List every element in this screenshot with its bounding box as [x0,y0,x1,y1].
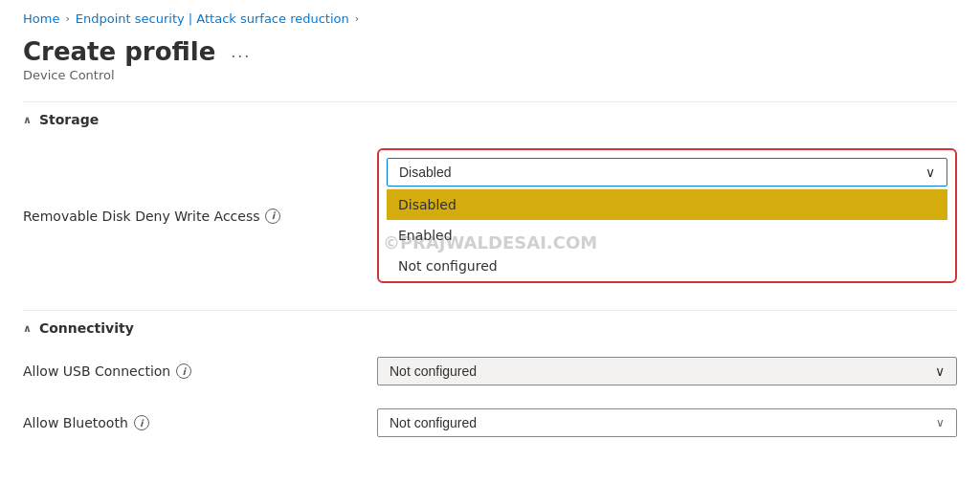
allow-bluetooth-row: Allow Bluetooth i Not configured ∨ [23,401,957,445]
connectivity-section-label: Connectivity [39,320,134,336]
removable-disk-dropdown-list: Disabled Enabled Not configured [387,188,947,281]
removable-disk-red-container: Disabled ∨ Disabled Enabled Not configur… [377,148,957,283]
allow-bluetooth-info-icon[interactable]: i [134,415,149,430]
allow-usb-caret-icon: ∨ [935,363,945,379]
breadcrumb-chevron-2: › [355,12,359,25]
storage-section-label: Storage [39,112,99,127]
storage-section-body: Removable Disk Deny Write Access i Disab… [23,137,957,302]
storage-section-header[interactable]: ∧ Storage [23,101,957,137]
content-area: ∧ Storage Removable Disk Deny Write Acce… [0,94,980,472]
allow-usb-control: Not configured ∨ [377,357,957,385]
storage-chevron-icon: ∧ [23,114,32,126]
breadcrumb-home[interactable]: Home [23,11,59,26]
removable-disk-selected-value: Disabled [399,165,451,180]
page-subtitle: Device Control [23,68,957,82]
removable-disk-row: Removable Disk Deny Write Access i Disab… [23,141,957,291]
removable-disk-control: Disabled ∨ Disabled Enabled Not configur… [377,148,957,283]
allow-bluetooth-dropdown-button[interactable]: Not configured ∨ [377,408,957,437]
page-title-text: Create profile [23,37,215,66]
allow-bluetooth-label: Allow Bluetooth i [23,415,377,430]
ellipsis-button[interactable]: ... [225,40,256,64]
connectivity-chevron-icon: ∧ [23,322,32,335]
removable-disk-info-icon[interactable]: i [265,209,280,224]
dropdown-item-enabled[interactable]: Enabled [387,220,947,251]
connectivity-section: ∧ Connectivity Allow USB Connection i No… [23,310,957,456]
allow-usb-selected-value: Not configured [390,363,477,379]
page-header: Create profile ... Device Control [0,33,980,94]
storage-section: ∧ Storage Removable Disk Deny Write Acce… [23,101,957,302]
dropdown-item-disabled[interactable]: Disabled [387,189,947,220]
allow-usb-dropdown-button[interactable]: Not configured ∨ [377,357,957,385]
removable-disk-label: Removable Disk Deny Write Access i [23,209,377,224]
allow-bluetooth-selected-value: Not configured [390,415,477,430]
dropdown-item-not-configured[interactable]: Not configured [387,251,947,281]
breadcrumb-chevron-1: › [65,12,69,25]
breadcrumb: Home › Endpoint security | Attack surfac… [0,0,980,33]
removable-disk-caret-icon: ∨ [925,165,935,180]
allow-bluetooth-caret-icon: ∨ [936,416,945,429]
removable-disk-dropdown-button[interactable]: Disabled ∨ [387,158,947,187]
breadcrumb-endpoint-security[interactable]: Endpoint security | Attack surface reduc… [76,11,349,26]
connectivity-section-body: Allow USB Connection i Not configured ∨ … [23,345,957,456]
connectivity-section-header[interactable]: ∧ Connectivity [23,310,957,345]
allow-bluetooth-control: Not configured ∨ [377,408,957,437]
allow-usb-info-icon[interactable]: i [176,363,191,379]
allow-usb-row: Allow USB Connection i Not configured ∨ [23,349,957,393]
allow-usb-label: Allow USB Connection i [23,363,377,379]
